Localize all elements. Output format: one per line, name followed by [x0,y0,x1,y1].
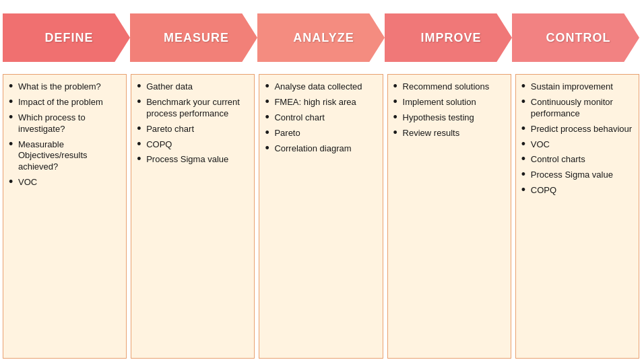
arrow-wrapper-define: DEFINE [3,7,130,69]
dmaic-diagram: DEFINEMEASUREANALYZEIMPROVECONTROL •What… [0,0,642,364]
arrow-control: CONTROL [512,13,639,62]
bullet-dot: • [265,96,274,108]
arrow-measure: MEASURE [130,13,257,62]
bullet-text: Continuously monitor performance [531,97,633,120]
column-control: •Sustain improvement•Continuously monito… [515,74,639,359]
list-item: •Control charts [521,154,633,166]
bullet-dot: • [521,184,531,196]
column-improve: •Recommend solutions•Implement solution•… [387,74,511,359]
arrow-wrapper-improve: IMPROVE [385,7,512,69]
arrow-wrapper-analyze: ANALYZE [257,7,385,69]
list-item: •VOC [9,177,121,188]
list-item: •Pareto chart [137,124,249,135]
bullet-dot: • [265,111,274,123]
list-item: •COPQ [521,185,633,196]
bullet-dot: • [521,153,531,165]
arrow-label-measure: MEASURE [164,31,229,45]
bullet-dot: • [9,111,18,123]
arrow-label-analyze: ANALYZE [293,31,354,45]
bullet-dot: • [137,80,146,92]
bullet-dot: • [9,176,18,188]
list-item: •Sustain improvement [521,81,633,93]
bullet-dot: • [265,126,274,139]
list-item: •What is the problem? [9,81,121,93]
arrow-wrapper-measure: MEASURE [130,7,257,69]
bullet-dot: • [9,138,18,150]
bullet-dot: • [393,126,403,139]
column-define: •What is the problem?•Impact of the prob… [3,74,127,359]
bullet-text: Pareto [274,128,377,139]
list-item: •Implement solution [393,97,505,108]
bullet-dot: • [521,168,531,180]
list-item: •Which process to investigate? [9,112,121,135]
list-item: •COPQ [137,139,249,151]
bullet-text: Recommend solutions [403,81,505,93]
arrow-define: DEFINE [3,13,130,62]
list-item: •FMEA: high risk area [265,97,377,108]
list-item: •Pareto [265,128,377,139]
list-item: •Analyse data collected [265,81,377,93]
bullet-text: Control chart [274,112,377,124]
bullet-dot: • [521,80,531,92]
bullet-text: Pareto chart [146,124,249,135]
bullet-dot: • [521,122,531,135]
bullet-dot: • [521,96,531,108]
bullet-dot: • [521,138,531,150]
list-item: •Impact of the problem [9,97,121,108]
bullet-text: Gather data [146,81,249,93]
bullet-dot: • [137,122,146,135]
bullet-text: Control charts [531,154,633,166]
bullet-text: Sustain improvement [531,81,633,93]
bullet-text: Review results [403,128,505,139]
list-item: •Gather data [137,81,249,93]
arrow-label-define: DEFINE [44,31,93,45]
column-analyze: •Analyse data collected•FMEA: high risk … [259,74,383,359]
list-item: •Process Sigma value [521,170,633,181]
list-item: •Measurable Objectives/results achieved? [9,139,121,174]
bullet-text: VOC [18,177,121,188]
header-arrows: DEFINEMEASUREANALYZEIMPROVECONTROL [0,0,642,69]
bullet-dot: • [265,142,274,154]
bullet-dot: • [393,80,403,92]
bullet-text: Process Sigma value [146,154,249,166]
arrow-wrapper-control: CONTROL [512,7,639,69]
bullet-text: Benchmark your current process performan… [146,97,249,120]
list-item: •Review results [393,128,505,139]
bullet-dot: • [9,80,18,92]
bullet-text: VOC [531,139,633,151]
arrow-label-control: CONTROL [546,31,611,45]
bullet-dot: • [9,96,18,108]
arrow-improve: IMPROVE [385,13,512,62]
list-item: •Continuously monitor performance [521,97,633,120]
column-measure: •Gather data•Benchmark your current proc… [131,74,255,359]
bullet-text: Hypothesis testing [403,112,505,124]
list-item: •Hypothesis testing [393,112,505,124]
bullet-dot: • [393,96,403,108]
list-item: •Benchmark your current process performa… [137,97,249,120]
bullet-text: Implement solution [403,97,505,108]
bullet-dot: • [393,111,403,123]
list-item: •Process Sigma value [137,154,249,166]
bullet-text: COPQ [531,185,633,196]
list-item: •Control chart [265,112,377,124]
bullet-text: Predict process behaviour [531,124,633,135]
bullet-dot: • [265,80,274,92]
bullet-dot: • [137,153,146,165]
bullet-text: Impact of the problem [18,97,121,108]
bullet-dot: • [137,138,146,150]
bullet-text: Process Sigma value [531,170,633,181]
bullet-text: Measurable Objectives/results achieved? [18,139,121,174]
list-item: •VOC [521,139,633,151]
bullet-text: FMEA: high risk area [274,97,377,108]
bullet-text: Correlation diagram [274,143,377,155]
list-item: •Correlation diagram [265,143,377,155]
bullet-text: COPQ [146,139,249,151]
bullet-text: Analyse data collected [274,81,377,93]
arrow-label-improve: IMPROVE [420,31,481,45]
bullet-dot: • [137,96,146,108]
list-item: •Predict process behaviour [521,124,633,135]
content-area: •What is the problem?•Impact of the prob… [0,69,642,364]
list-item: •Recommend solutions [393,81,505,93]
bullet-text: Which process to investigate? [18,112,121,135]
arrow-analyze: ANALYZE [257,13,385,62]
